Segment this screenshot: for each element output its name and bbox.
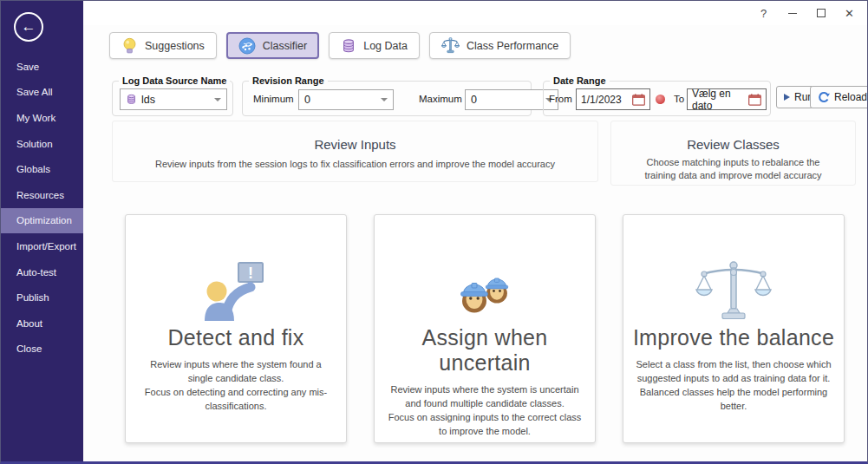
close-icon: ✕ — [845, 7, 854, 20]
tab-label: Classifier — [263, 40, 307, 52]
close-button[interactable]: ✕ — [835, 1, 864, 25]
tab-log-data[interactable]: Log Data — [329, 32, 420, 59]
tab-bar: Suggestions Classifier Log Data — [109, 32, 571, 59]
selected-value: 0 — [304, 94, 310, 106]
review-classes-title: Review Classes — [611, 137, 855, 152]
sidebar-item-resources[interactable]: Resources — [1, 182, 83, 208]
sidebar-item-publish[interactable]: Publish — [1, 284, 83, 310]
log-data-source-group: Log Data Source Name lds — [112, 81, 233, 116]
review-inputs-title: Review Inputs — [113, 137, 597, 152]
refresh-icon — [818, 91, 830, 103]
assign-when-uncertain-card[interactable]: Assign when uncertain Review inputs wher… — [374, 214, 596, 443]
tab-class-performance[interactable]: Class Performance — [429, 32, 571, 59]
log-data-source-select[interactable]: lds — [120, 88, 227, 110]
sidebar-item-label: Resources — [16, 190, 64, 200]
window-controls: ? ✕ — [749, 1, 864, 25]
improve-the-balance-card[interactable]: Improve the balance Select a class from … — [623, 214, 845, 443]
card-description-line: Focus on detecting and correcting any mi… — [137, 386, 335, 414]
app-window: ? ✕ ← Save Save All My Work Solution Glo… — [0, 0, 868, 464]
tab-label: Suggestions — [145, 40, 205, 52]
calendar-icon[interactable] — [748, 94, 761, 106]
review-inputs-subtitle: Review inputs from the session logs to f… — [113, 158, 597, 171]
exclamation-glyph: ! — [248, 265, 253, 282]
minimum-select[interactable]: 0 — [298, 89, 394, 110]
sidebar-item-solution[interactable]: Solution — [1, 131, 83, 157]
card-description-line: Select a class from the list, then choos… — [635, 358, 832, 386]
group-label: Date Range — [550, 75, 610, 86]
sidebar-item-save-all[interactable]: Save All — [1, 80, 83, 106]
database-icon — [126, 94, 137, 105]
sidebar-item-label: Auto-test — [16, 267, 56, 278]
sidebar-item-label: My Work — [16, 113, 55, 123]
sidebar-item-label: Import/Export — [16, 241, 76, 252]
selected-value: 0 — [471, 94, 477, 106]
card-description-line: Focus on assigning inputs to the correct… — [386, 411, 584, 439]
to-label: To — [674, 94, 684, 104]
from-date-input[interactable]: 1/1/2023 — [576, 88, 650, 110]
tab-label: Log Data — [363, 40, 408, 52]
sidebar-item-label: Optimization — [16, 215, 72, 225]
card-title: Detect and fix — [126, 325, 346, 350]
card-title: Improve the balance — [623, 325, 844, 350]
detect-and-fix-card[interactable]: ! Detect and fix Review inputs where the… — [125, 214, 347, 443]
card-description-line: Balanced classes help the model performi… — [635, 386, 832, 414]
back-button[interactable]: ← — [14, 12, 43, 42]
maximize-button[interactable] — [806, 1, 835, 25]
sidebar-item-about[interactable]: About — [1, 310, 83, 337]
sidebar-item-label: Save — [16, 62, 39, 72]
play-icon — [784, 94, 790, 101]
sidebar-item-close[interactable]: Close — [1, 337, 83, 363]
date-placeholder: Vælg en dato — [692, 88, 745, 112]
two-workers-icon — [375, 253, 595, 321]
tab-classifier[interactable]: Classifier — [226, 32, 319, 59]
tab-suggestions[interactable]: Suggestions — [109, 32, 217, 59]
sidebar-item-import-export[interactable]: Import/Export — [1, 233, 83, 259]
sidebar-nav: Save Save All My Work Solution Globals R… — [1, 54, 83, 362]
review-classes-subtitle: Choose matching inputs to rebalance the … — [611, 156, 855, 183]
help-button[interactable]: ? — [749, 1, 778, 25]
database-icon — [341, 38, 356, 54]
sidebar-item-label: Solution — [16, 139, 53, 149]
revision-range-group: Revision Range Minimum 0 Maximum 0 — [242, 81, 532, 116]
sidebar-item-auto-test[interactable]: Auto-test — [1, 259, 83, 285]
review-classes-section: Review Classes Choose matching inputs to… — [610, 121, 856, 186]
from-label: From — [549, 94, 572, 104]
red-dot-icon — [656, 95, 665, 104]
selected-value: lds — [141, 94, 155, 106]
sidebar-item-globals[interactable]: Globals — [1, 156, 83, 182]
date-value: 1/1/2023 — [581, 94, 629, 106]
sidebar-item-label: Publish — [16, 292, 49, 303]
card-description-line: Review inputs where the system is uncert… — [386, 383, 584, 411]
chevron-down-icon — [381, 98, 388, 101]
group-label: Log Data Source Name — [119, 75, 230, 86]
neural-network-icon — [238, 37, 256, 55]
lightbulb-icon — [121, 37, 138, 54]
chevron-down-icon — [214, 98, 221, 101]
sidebar-item-label: Globals — [16, 164, 50, 174]
group-label: Revision Range — [249, 75, 328, 86]
date-range-group: Date Range From 1/1/2023 To Vælg en dato — [543, 81, 771, 116]
help-icon: ? — [760, 7, 767, 20]
maximize-icon — [817, 9, 826, 17]
sidebar: ← Save Save All My Work Solution Globals… — [1, 1, 83, 461]
back-arrow-icon: ← — [22, 18, 36, 36]
tab-label: Class Performance — [467, 40, 558, 52]
sidebar-item-optimization[interactable]: Optimization — [1, 208, 83, 234]
balance-scale-icon — [623, 253, 844, 321]
sidebar-item-label: Close — [16, 343, 42, 354]
card-description-line: Review inputs where the system found a s… — [137, 358, 335, 386]
sidebar-item-label: About — [16, 318, 42, 329]
reload-button[interactable]: Reload — [810, 86, 868, 108]
card-title: Assign when uncertain — [375, 325, 595, 376]
balance-scale-icon — [441, 37, 460, 54]
review-inputs-section: Review Inputs Review inputs from the ses… — [112, 121, 598, 182]
reload-label: Reload — [834, 91, 867, 103]
sidebar-item-save[interactable]: Save — [1, 54, 83, 80]
sidebar-item-my-work[interactable]: My Work — [1, 105, 83, 131]
title-bar: ? ✕ — [83, 1, 867, 25]
maximum-label: Maximum — [419, 94, 462, 104]
calendar-icon[interactable] — [632, 94, 645, 106]
to-date-input[interactable]: Vælg en dato — [687, 88, 767, 110]
minimum-label: Minimum — [253, 94, 294, 104]
minimize-button[interactable] — [778, 1, 806, 25]
